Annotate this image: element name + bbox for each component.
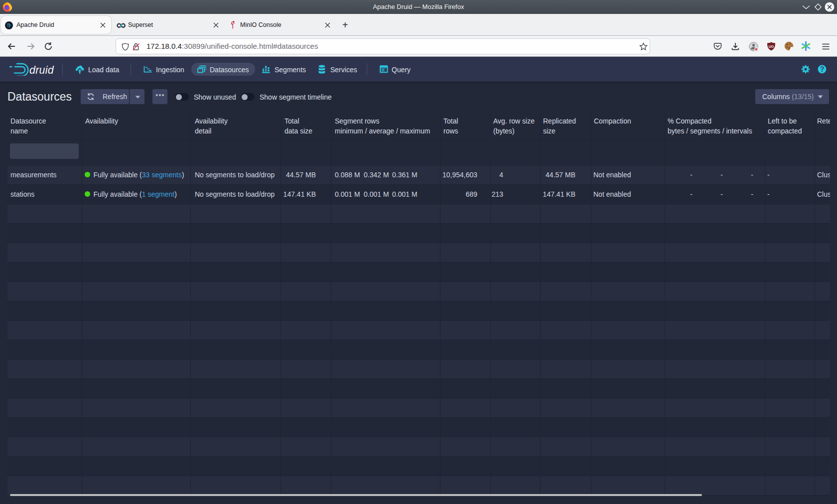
svg-text:UO: UO bbox=[769, 45, 774, 48]
